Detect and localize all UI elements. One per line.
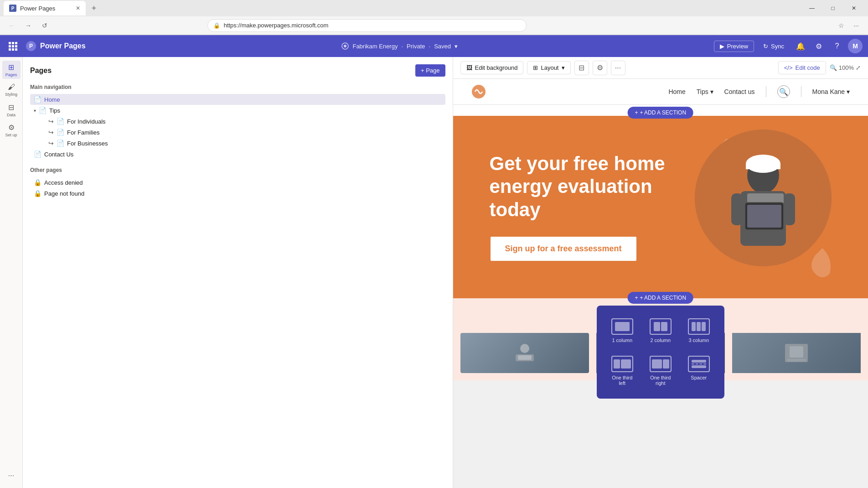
sync-label: Sync	[771, 43, 784, 50]
pages-label: Pages	[5, 73, 17, 77]
close-button[interactable]: ✕	[843, 1, 864, 16]
section-picker-one-third-right[interactable]: One third right	[644, 352, 677, 389]
add-section-bottom-container: + + ADD A SECTION 1 column	[453, 298, 868, 380]
sidebar-item-for-businesses[interactable]: ↪ 📄 For Businesses	[30, 138, 445, 149]
canvas-inner: Home Tips Contact us 🔍 Mona Kane ▾ +	[453, 79, 868, 380]
new-tab-button[interactable]: +	[88, 2, 100, 15]
sidebar-nav-styling[interactable]: 🖌 Styling	[2, 81, 21, 99]
preview-button[interactable]: ▶ Preview	[714, 41, 754, 52]
sync-button[interactable]: ↻ Sync	[758, 41, 790, 52]
zoom-control[interactable]: 🔍 100% ⤢	[830, 64, 861, 71]
sidebar-item-access-denied[interactable]: 🔒 Access denied	[30, 177, 445, 188]
minimize-button[interactable]: —	[801, 1, 822, 16]
section-picker-one-third-left[interactable]: One third left	[606, 352, 639, 389]
website-nav-home[interactable]: Home	[668, 88, 685, 95]
spacer-icon	[688, 356, 710, 372]
one-third-right-label: One third right	[648, 375, 673, 386]
layout-button[interactable]: ⊞ Layout ▾	[527, 61, 570, 74]
other-pages-section: Other pages 🔒 Access denied 🔒 Page not f…	[30, 167, 445, 199]
sidebar-title: Pages	[30, 67, 52, 75]
sidebar-item-contact-us[interactable]: 📄 Contact Us	[30, 149, 445, 160]
add-section-top-label: + ADD A SECTION	[640, 109, 686, 116]
site-separator2: ·	[429, 43, 431, 50]
site-dropdown-icon[interactable]: ▾	[455, 43, 458, 50]
sidebar-nav-data[interactable]: ⊟ Data	[2, 101, 21, 119]
section-picker-spacer[interactable]: Spacer	[682, 352, 715, 389]
for-families-label: For Families	[67, 129, 100, 136]
maximize-button[interactable]: □	[822, 1, 843, 16]
sidebar-nav-more[interactable]: ···	[2, 467, 21, 485]
sidebar-nav-setup[interactable]: ⚙ Set up	[2, 121, 21, 139]
help-button[interactable]: ?	[830, 39, 844, 53]
hero-cta-button[interactable]: Sign up for a free assessment	[490, 236, 637, 262]
content-area: 🖼 Edit background ⊞ Layout ▾ ⊟ ⚙ ··· </>…	[453, 57, 868, 488]
for-individuals-page-icon: 📄	[57, 118, 64, 125]
below-image-1	[460, 333, 589, 373]
for-businesses-page-icon: 📄	[57, 140, 64, 147]
below-image-3	[732, 333, 861, 373]
add-page-button[interactable]: + Page	[415, 64, 445, 77]
main-nav-section-title: Main navigation	[30, 84, 445, 90]
refresh-button[interactable]: ↺	[38, 19, 51, 32]
app-grid-icon[interactable]	[5, 39, 20, 53]
sidebar-nav-pages[interactable]: ⊞ Pages	[2, 61, 21, 79]
website-user-name[interactable]: Mona Kane ▾	[812, 88, 850, 95]
settings-button[interactable]: ⚙	[811, 39, 826, 53]
svg-point-12	[344, 45, 346, 47]
section-picker-2-column[interactable]: 2 column	[644, 315, 677, 347]
user-avatar[interactable]: M	[848, 39, 863, 53]
app-bar-center: Fabrikam Energy · Private · Saved ▾	[91, 42, 708, 50]
edit-background-button[interactable]: 🖼 Edit background	[460, 61, 524, 74]
page-not-found-icon: 🔒	[34, 190, 41, 197]
for-businesses-label: For Businesses	[67, 140, 108, 147]
notification-button[interactable]: 🔔	[793, 39, 808, 53]
forward-button[interactable]: →	[22, 19, 35, 32]
edit-bg-icon: 🖼	[466, 64, 472, 71]
for-businesses-arrow-icon: ↪	[48, 140, 54, 147]
sidebar-item-page-not-found[interactable]: 🔒 Page not found	[30, 188, 445, 199]
website-nav-tips[interactable]: Tips	[697, 88, 713, 95]
svg-rect-19	[746, 164, 780, 169]
add-section-plus-icon2: +	[635, 295, 638, 301]
svg-rect-4	[12, 45, 14, 47]
zoom-level: 100%	[839, 64, 854, 71]
tab-close-icon[interactable]: ✕	[76, 5, 80, 11]
svg-rect-5	[15, 45, 17, 47]
section-picker-3-column[interactable]: 3 column	[682, 315, 715, 347]
svg-rect-26	[518, 355, 532, 360]
column-layout-button[interactable]: ⊟	[574, 61, 589, 75]
svg-rect-1	[12, 42, 14, 44]
settings-toolbar-button[interactable]: ⚙	[593, 61, 607, 75]
website-search-icon[interactable]: 🔍	[777, 85, 790, 98]
svg-text:P: P	[29, 43, 33, 49]
browser-menu-icon[interactable]: ···	[850, 19, 863, 32]
sidebar-item-for-individuals[interactable]: ↪ 📄 For Individuals	[30, 116, 445, 127]
app-logo-text: Power Pages	[40, 42, 86, 50]
svg-rect-20	[731, 193, 743, 225]
nav-separator2	[801, 86, 801, 97]
contact-us-label: Contact Us	[44, 151, 73, 158]
zoom-expand-icon[interactable]: ⤢	[856, 64, 861, 71]
website-nav-contact[interactable]: Contact us	[724, 88, 755, 95]
data-icon: ⊟	[8, 103, 14, 112]
more-toolbar-button[interactable]: ···	[611, 61, 625, 75]
sidebar-item-for-families[interactable]: ↪ 📄 For Families	[30, 127, 445, 138]
favorites-icon[interactable]: ☆	[835, 19, 848, 32]
add-section-plus-icon: +	[635, 109, 638, 116]
hero-title: Get your free home energy evaluation tod…	[490, 152, 708, 221]
zoom-out-icon[interactable]: 🔍	[830, 64, 837, 71]
add-section-top-button[interactable]: + + ADD A SECTION	[627, 107, 693, 119]
1-column-label: 1 column	[612, 337, 632, 343]
more-icon: ···	[8, 472, 14, 480]
app-logo: P Power Pages	[26, 41, 86, 52]
back-button[interactable]: ←	[5, 19, 18, 32]
section-picker-1-column[interactable]: 1 column	[606, 315, 639, 347]
sidebar-item-home[interactable]: 📄 Home	[30, 94, 445, 105]
browser-tab[interactable]: P Power Pages ✕	[4, 1, 86, 16]
preview-icon: ▶	[720, 43, 724, 50]
edit-code-button[interactable]: </> Edit code	[778, 61, 826, 74]
sidebar-item-tips[interactable]: ▾ 📄 Tips	[30, 105, 445, 116]
address-input[interactable]: 🔒 https://make.powerpages.microsoft.com	[207, 19, 527, 32]
edit-background-label: Edit background	[475, 64, 518, 71]
add-section-bottom-button[interactable]: + + ADD A SECTION	[627, 292, 693, 304]
